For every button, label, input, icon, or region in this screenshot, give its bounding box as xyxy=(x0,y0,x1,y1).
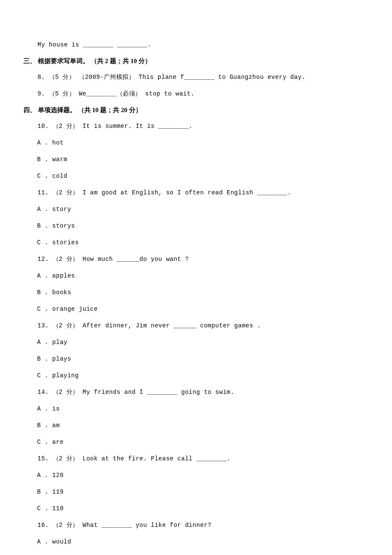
question-10-option-b: B . warm xyxy=(23,155,369,164)
question-9: 9. （5 分） We________（必须） stop to wait. xyxy=(23,90,369,98)
question-10: 10. （2 分） It is summer. It is ________. xyxy=(23,122,369,131)
question-14-option-a: A . is xyxy=(23,405,369,413)
question-15-option-b: B . 119 xyxy=(23,488,369,497)
question-13-option-c: C . playing xyxy=(23,371,369,380)
section-4-heading: 四、 单项选择题。 （共 10 题；共 20 分） xyxy=(23,106,369,114)
question-8: 8. （5 分） （2009·广州模拟） This plane f_______… xyxy=(23,73,369,82)
question-11-option-b: B . storys xyxy=(23,222,369,231)
question-12: 12. （2 分） How much ______do you want ? xyxy=(23,255,369,264)
question-14-option-b: B . am xyxy=(23,421,369,430)
question-10-option-a: A . hot xyxy=(23,139,369,147)
question-12-option-b: B . books xyxy=(23,288,369,297)
question-12-option-c: C . orange juice xyxy=(23,305,369,314)
question-10-option-c: C . cold xyxy=(23,172,369,181)
previous-question-fragment: My house is ________ ________. xyxy=(23,40,369,49)
question-11-option-a: A . story xyxy=(23,205,369,214)
question-14: 14. （2 分） My friends and I ________ goin… xyxy=(23,388,369,397)
question-11: 11. （2 分） I am good at English, so I oft… xyxy=(23,188,369,197)
question-13-option-a: A . play xyxy=(23,338,369,347)
question-13-option-b: B . plays xyxy=(23,355,369,364)
question-14-option-c: C . are xyxy=(23,438,369,447)
question-12-option-a: A . apples xyxy=(23,272,369,280)
section-3-heading: 三、 根据要求写单词。 （共 2 题；共 10 分） xyxy=(23,57,369,65)
question-13: 13. （2 分） After dinner, Jim never ______… xyxy=(23,321,369,330)
question-15: 15. （2 分） Look at the fire. Please call … xyxy=(23,454,369,463)
question-11-option-c: C . stories xyxy=(23,238,369,247)
question-15-option-c: C . 110 xyxy=(23,504,369,513)
question-16: 16. （2 分） What ________ you like for din… xyxy=(23,521,369,530)
question-16-option-a: A . would xyxy=(23,538,369,546)
question-15-option-a: A . 120 xyxy=(23,471,369,480)
